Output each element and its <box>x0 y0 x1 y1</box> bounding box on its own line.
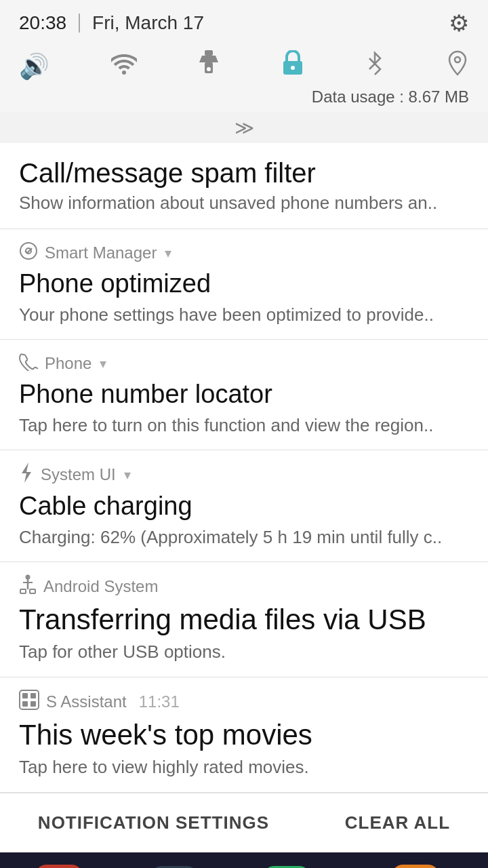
dock-item-duokan[interactable]: 多看阅读 <box>32 865 86 868</box>
usb-title: Transferring media files via USB <box>19 603 469 637</box>
s-assistant-time: 11:31 <box>139 692 180 711</box>
svg-point-3 <box>207 67 211 71</box>
notification-spam[interactable]: Call/message spam filter Show informatio… <box>0 143 488 229</box>
svg-rect-12 <box>20 589 26 593</box>
android-system-name: Android System <box>43 577 158 596</box>
usb-body: Tap for other USB options. <box>19 639 469 664</box>
smart-manager-title: Phone optimized <box>19 269 469 300</box>
dock-row: 多看阅读 CRadio WeChat <box>0 852 488 868</box>
dock-item-cradio[interactable]: CRadio <box>150 866 199 868</box>
s-assistant-name: S Assistant <box>46 692 127 711</box>
spam-body: Show information about unsaved phone num… <box>19 193 469 214</box>
notification-charging[interactable]: System UI ▾ Cable charging Charging: 62%… <box>0 450 488 562</box>
svg-marker-1 <box>199 56 218 62</box>
status-date: Fri, March 17 <box>92 12 204 34</box>
notification-smart-manager[interactable]: Smart Manager ▾ Phone optimized Your pho… <box>0 229 488 340</box>
duokan-icon <box>35 865 83 868</box>
status-bar: 20:38 Fri, March 17 ⚙ <box>0 0 488 43</box>
smart-manager-icon <box>19 241 38 264</box>
phone-source-name: Phone <box>45 354 92 373</box>
smart-manager-chevron: ▾ <box>165 245 171 261</box>
notif-source-row: Smart Manager ▾ <box>19 241 469 264</box>
svg-marker-9 <box>22 462 31 483</box>
svg-rect-0 <box>205 50 213 56</box>
movies-body: Tap here to view highly rated movies. <box>19 755 469 779</box>
status-divider <box>79 14 80 33</box>
movies-title: This week's top movies <box>19 718 469 752</box>
phone-body: Tap here to turn on this function and vi… <box>19 413 469 437</box>
notification-usb[interactable]: Android System Transferring media files … <box>0 562 488 677</box>
lightning-icon <box>19 462 34 487</box>
movies-source-row: S Assistant 11:31 <box>19 690 469 714</box>
clear-all-button[interactable]: CLEAR ALL <box>345 812 450 833</box>
system-ui-chevron: ▾ <box>124 467 131 483</box>
expand-collapse[interactable]: ≫ <box>0 112 488 143</box>
wechat-icon <box>262 866 311 868</box>
spam-title: Call/message spam filter <box>19 158 469 189</box>
phone-chevron: ▾ <box>100 355 106 372</box>
settings-icon[interactable]: ⚙ <box>449 9 469 37</box>
youdao-icon: A <box>391 865 440 868</box>
location-toggle[interactable] <box>446 50 469 82</box>
charging-body: Charging: 62% (Approximately 5 h 19 min … <box>19 525 469 549</box>
notification-movies[interactable]: S Assistant 11:31 This week's top movies… <box>0 677 488 793</box>
status-time: 20:38 <box>19 12 66 34</box>
svg-rect-13 <box>30 589 35 593</box>
svg-rect-19 <box>30 701 36 707</box>
phone-icon <box>19 352 38 375</box>
cradio-icon <box>150 866 199 868</box>
action-bar: NOTIFICATION SETTINGS CLEAR ALL <box>0 793 488 852</box>
s-assistant-icon <box>19 690 39 714</box>
svg-rect-15 <box>20 690 39 709</box>
screen-lock-toggle[interactable] <box>281 50 304 82</box>
dock-item-youdao[interactable]: A 网易有道词典 <box>375 865 456 868</box>
quick-toggles: 🔊 <box>0 43 488 86</box>
bluetooth-toggle[interactable] <box>365 50 384 82</box>
usb-icon <box>19 574 37 599</box>
svg-rect-17 <box>30 693 36 698</box>
chevron-down-icon: ≫ <box>235 117 254 138</box>
dock-item-wechat[interactable]: WeChat <box>262 866 311 868</box>
wifi-toggle[interactable] <box>111 52 137 81</box>
volume-toggle[interactable]: 🔊 <box>19 52 49 81</box>
flashlight-toggle[interactable] <box>198 50 220 82</box>
system-ui-name: System UI <box>41 465 116 484</box>
smart-manager-name: Smart Manager <box>45 243 157 262</box>
charging-source-row: System UI ▾ <box>19 462 469 487</box>
data-usage: Data usage : 8.67 MB <box>0 86 488 112</box>
svg-point-5 <box>291 66 295 70</box>
svg-point-6 <box>455 57 460 62</box>
svg-rect-18 <box>22 701 28 707</box>
charging-title: Cable charging <box>19 491 469 522</box>
svg-rect-16 <box>22 693 28 698</box>
phone-source-row: Phone ▾ <box>19 352 469 375</box>
notification-settings-button[interactable]: NOTIFICATION SETTINGS <box>38 812 269 833</box>
smart-manager-body: Your phone settings have been optimized … <box>19 302 469 327</box>
usb-source-row: Android System <box>19 574 469 599</box>
phone-title: Phone number locator <box>19 379 469 410</box>
notification-phone[interactable]: Phone ▾ Phone number locator Tap here to… <box>0 340 488 450</box>
